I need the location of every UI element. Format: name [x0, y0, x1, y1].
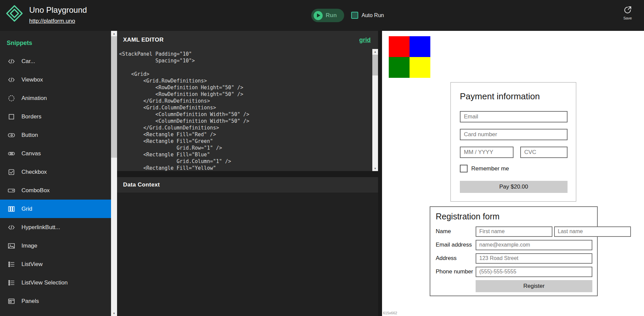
data-context-header: Data Context — [117, 177, 378, 193]
sidebar-item-listview[interactable]: ListView — [0, 255, 111, 273]
registration-rows: NameEmail addressAddressPhone number — [435, 225, 592, 278]
last-name-input[interactable] — [554, 226, 631, 237]
sidebar-item-listview-selection[interactable]: ListView Selection — [0, 273, 111, 292]
code-icon — [7, 223, 16, 231]
sidebar-item-label: Button — [21, 132, 38, 139]
list-icon — [7, 260, 16, 268]
editor-scrollbar[interactable]: ▲ ▼ — [372, 49, 378, 171]
data-context-body[interactable] — [117, 193, 378, 316]
payment-fields: Remember me Pay $20.00 — [460, 111, 568, 193]
sidebar-item-canvas[interactable]: Canvas — [0, 144, 111, 163]
circles-icon — [7, 150, 16, 158]
save-label: Save — [623, 16, 632, 20]
sidebar-item-path[interactable]: Path — [0, 310, 111, 316]
scroll-down-icon[interactable]: ▼ — [111, 311, 117, 316]
555-555-5555-input[interactable] — [476, 267, 592, 277]
play-icon — [314, 11, 323, 20]
register-button[interactable]: Register — [476, 280, 592, 292]
pay-button[interactable]: Pay $20.00 — [460, 181, 568, 193]
registration-card: Registration form NameEmail addressAddre… — [430, 206, 598, 296]
remember-me-toggle[interactable]: Remember me — [460, 165, 568, 172]
expiry-row — [460, 147, 568, 158]
sidebar-item-viewbox[interactable]: Viewbox — [0, 70, 111, 89]
name-example-com-input[interactable] — [476, 240, 592, 250]
uno-playground-app: Uno Playground http://platform.uno Run A… — [0, 0, 644, 316]
auto-run-checkbox[interactable] — [351, 12, 358, 19]
scroll-up-icon[interactable]: ▲ — [111, 31, 117, 36]
button-icon — [7, 131, 16, 139]
sidebar-item-panels[interactable]: Panels — [0, 292, 111, 310]
preview-color-grid — [389, 36, 430, 78]
sidebar-item-label: Canvas — [21, 150, 41, 157]
xaml-code-area[interactable]: <StackPanel Padding="10" Spacing="10"> <… — [117, 49, 378, 171]
sidebar-item-hyperlinkbutt[interactable]: HyperlinkButt... — [0, 218, 111, 236]
panels-icon — [7, 297, 16, 305]
app-link[interactable]: http://platform.uno — [29, 18, 75, 24]
preview-panel: Payment information Remember me Pay $20.… — [382, 31, 644, 316]
dotted-circle-icon — [7, 94, 16, 102]
run-button[interactable]: Run — [311, 9, 344, 22]
brand: Uno Playground http://platform.uno — [6, 5, 87, 24]
registration-row-inputs — [476, 253, 592, 264]
sidebar-item-button[interactable]: Button — [0, 126, 111, 144]
snippet-name-link[interactable]: grid — [359, 37, 371, 44]
code-icon — [7, 57, 16, 65]
combobox-icon — [7, 187, 16, 195]
xaml-code[interactable]: <StackPanel Padding="10" Spacing="10"> <… — [117, 49, 378, 171]
sidebar-item-label: ComboBox — [21, 187, 50, 194]
sidebar-item-label: Borders — [21, 113, 42, 120]
uno-logo-icon — [6, 5, 23, 22]
app-title: Uno Playground — [29, 5, 87, 15]
123-road-street-input[interactable] — [476, 253, 592, 264]
payment-card: Payment information Remember me Pay $20.… — [450, 82, 576, 202]
scroll-down-icon[interactable]: ▼ — [372, 166, 378, 171]
sidebar-item-label: Checkbox — [21, 169, 47, 175]
list-icon — [7, 279, 16, 287]
registration-row: Name — [435, 225, 592, 238]
square-icon — [7, 113, 16, 121]
registration-row-inputs — [476, 226, 631, 237]
sidebar-scrollbar[interactable]: ▲ ▼ — [111, 31, 117, 316]
editor-scrollbar-thumb[interactable] — [372, 55, 378, 75]
registration-row-inputs — [476, 267, 592, 277]
snippet-list: Car...ViewboxAnimationBordersButtonCanva… — [0, 52, 111, 316]
preview-rectangle-red — [389, 36, 410, 57]
registration-row: Phone number — [435, 265, 592, 278]
remember-checkbox[interactable] — [460, 165, 468, 172]
registration-row-label: Name — [435, 228, 476, 235]
xaml-editor-header: XAML EDITOR grid — [117, 31, 378, 49]
registration-row-inputs — [476, 240, 592, 250]
sidebar-item-label: ListView Selection — [21, 279, 68, 286]
sidebar-item-checkbox[interactable]: Checkbox — [0, 163, 111, 181]
email-input[interactable] — [460, 111, 568, 122]
sidebar-item-car[interactable]: Car... — [0, 52, 111, 70]
expiry-input[interactable] — [460, 147, 514, 158]
panel-divider — [117, 171, 382, 177]
code-icon — [7, 76, 16, 84]
sidebar-scrollbar-thumb[interactable] — [111, 36, 117, 158]
save-button[interactable]: Save — [623, 6, 632, 20]
brand-text: Uno Playground http://platform.uno — [29, 5, 87, 24]
sidebar-item-grid[interactable]: Grid — [0, 200, 111, 218]
auto-run-toggle[interactable]: Auto Run — [351, 12, 384, 19]
preview-rectangle-blue — [410, 36, 430, 57]
sidebar-item-image[interactable]: Image — [0, 236, 111, 255]
editor-panel: XAML EDITOR grid <StackPanel Padding="10… — [117, 31, 382, 316]
sidebar-item-label: Image — [21, 243, 37, 249]
sidebar-item-label: Viewbox — [21, 76, 43, 83]
registration-row-label: Address — [435, 255, 476, 262]
sidebar-item-borders[interactable]: Borders — [0, 107, 111, 126]
image-icon — [7, 242, 16, 250]
sidebar-item-label: Car... — [21, 58, 35, 65]
sidebar-item-label: ListView — [21, 261, 43, 268]
sidebar-item-combobox[interactable]: ComboBox — [0, 181, 111, 200]
first-name-input[interactable] — [476, 226, 552, 237]
grid-icon — [7, 205, 16, 213]
cvc-input[interactable] — [520, 147, 568, 158]
sidebar-item-animation[interactable]: Animation — [0, 89, 111, 107]
scroll-up-icon[interactable]: ▲ — [372, 49, 378, 54]
xaml-editor-title: XAML EDITOR — [123, 37, 164, 43]
registration-row: Email address — [435, 238, 592, 252]
card-number-input[interactable] — [460, 129, 568, 140]
main-area: Snippets Car...ViewboxAnimationBordersBu… — [0, 31, 644, 316]
